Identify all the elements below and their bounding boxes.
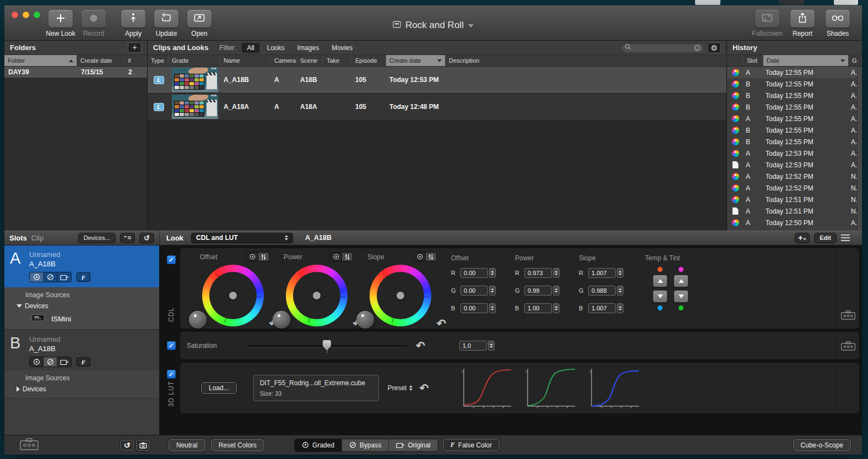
saturation-stepper[interactable] — [488, 341, 495, 351]
wheel-mode-toggle[interactable] — [414, 252, 437, 261]
cdl-enabled-checkbox[interactable]: ✓ — [167, 255, 176, 264]
power-r-value[interactable]: 0.973 — [524, 268, 552, 278]
neutral-button[interactable]: Neutral — [169, 439, 205, 451]
reset-saturation-button[interactable]: ↶ — [416, 339, 425, 352]
cube-o-scope-button[interactable]: Cube-o-Scope — [793, 439, 851, 451]
history-row[interactable]: AToday 12:50 PMA. — [727, 217, 862, 228]
reset-lut-button[interactable]: ↶ — [419, 381, 428, 395]
temp-up-button[interactable] — [653, 275, 668, 287]
create-date-column-header[interactable]: Create date — [77, 55, 124, 66]
sliders-mode-icon[interactable] — [341, 253, 352, 261]
slope-g-stepper[interactable] — [617, 286, 623, 296]
power-b-stepper[interactable] — [553, 303, 560, 313]
camera-column-header[interactable]: Camera — [271, 55, 297, 66]
history-row[interactable]: BToday 12:55 PMA. — [727, 90, 862, 101]
zoom-button[interactable] — [34, 12, 40, 18]
tint-down-button[interactable] — [674, 290, 688, 303]
add-node-button[interactable]: + — [795, 233, 810, 243]
history-row[interactable]: BToday 12:55 PMA. — [727, 101, 862, 113]
menu-icon[interactable] — [841, 234, 850, 241]
take-column-header[interactable]: Take — [323, 55, 352, 66]
wheel-mode-icon[interactable] — [247, 253, 258, 261]
wheel-center-handle[interactable] — [397, 292, 404, 299]
offset-g-stepper[interactable] — [489, 286, 496, 296]
luminance-knob[interactable] — [273, 311, 290, 329]
clip-row[interactable]: L»»A_A18AAA18A105Today 12:48 PM — [148, 94, 726, 121]
type-column-header[interactable]: Type — [148, 55, 169, 66]
wheel-mode-icon[interactable] — [414, 253, 425, 261]
slot-column-header[interactable]: Slot — [744, 55, 763, 66]
cdl-device-target[interactable] — [836, 248, 859, 329]
slot-b-bypass-button[interactable] — [44, 357, 57, 367]
slot-b[interactable]: B Unnamed A_A18B F — [4, 330, 159, 370]
settings-button[interactable]: ⚙ — [707, 42, 721, 53]
create-date-column-header[interactable]: Create date — [386, 55, 446, 66]
saturation-enabled-checkbox[interactable]: ✓ — [167, 341, 176, 350]
original-mode-button[interactable]: Original — [389, 439, 437, 451]
tab-slots[interactable]: Slots — [9, 234, 27, 242]
project-selector[interactable]: Rock and Roll — [4, 20, 862, 31]
slot-b-graded-button[interactable] — [30, 357, 44, 367]
grade-column-header[interactable]: Grade — [169, 55, 220, 66]
color-wheel[interactable]: ↶ — [286, 265, 348, 326]
edit-button[interactable]: Edit — [814, 233, 837, 243]
clip-row[interactable]: L»»A_A18BAA18B105Today 12:53 PM — [148, 67, 726, 94]
offset-g-value[interactable]: 0.00 — [460, 286, 488, 296]
sliders-mode-icon[interactable] — [425, 253, 436, 261]
tab-clip[interactable]: Clip — [31, 234, 44, 242]
slot-a-original-button[interactable] — [57, 272, 71, 282]
lut-device-target[interactable] — [836, 363, 859, 413]
filter-images[interactable]: Images — [292, 43, 324, 53]
sliders-mode-icon[interactable] — [258, 253, 269, 261]
saturation-slider[interactable] — [247, 340, 407, 352]
slot-a-graded-button[interactable] — [30, 272, 44, 282]
load-lut-button[interactable]: Load... — [201, 382, 237, 394]
graded-mode-button[interactable]: Graded — [295, 439, 342, 451]
history-row[interactable]: AToday 12:51 PMN. — [727, 205, 862, 217]
clear-search-icon[interactable]: ✕ — [694, 45, 701, 51]
close-button[interactable] — [12, 12, 18, 18]
description-column-header[interactable]: Description — [446, 55, 726, 66]
folder-row[interactable]: DAY397/15/152 — [4, 67, 147, 78]
filter-all[interactable]: All — [242, 43, 259, 53]
slot-a[interactable]: A Unnamed A_A18B F — [4, 245, 159, 287]
slope-r-value[interactable]: 1.007 — [588, 268, 616, 278]
history-row[interactable]: BToday 12:55 PMA. — [727, 136, 862, 147]
minimize-button[interactable] — [23, 12, 29, 18]
reset-colors-button[interactable]: Reset Colors — [211, 439, 264, 451]
add-folder-button[interactable]: + — [128, 42, 142, 53]
scene-column-header[interactable]: Scene — [297, 55, 323, 66]
grade-column-header[interactable]: G — [849, 55, 862, 66]
slot-b-false-color-button[interactable]: F — [77, 357, 90, 367]
wheel-mode-icon[interactable] — [330, 253, 341, 261]
history-row[interactable]: AToday 12:53 PMA. — [727, 159, 862, 171]
slope-g-value[interactable]: 0.988 — [588, 286, 616, 296]
history-row[interactable]: AToday 12:53 PMA. — [727, 147, 862, 159]
color-wheel[interactable]: ↶ — [202, 265, 264, 326]
bypass-mode-button[interactable]: Bypass — [342, 439, 389, 451]
slider-thumb[interactable] — [323, 340, 331, 351]
date-column-header[interactable]: Date — [763, 55, 849, 66]
history-scrollbar[interactable] — [857, 67, 862, 231]
slope-b-value[interactable]: 1.007 — [588, 303, 616, 313]
device-ismini[interactable]: ISMini — [30, 314, 159, 324]
still-store-button[interactable] — [136, 440, 150, 451]
history-row[interactable]: BToday 12:55 PMA. — [727, 124, 862, 136]
power-g-stepper[interactable] — [553, 286, 560, 296]
search-input[interactable]: ✕ — [621, 43, 704, 52]
history-row[interactable]: AToday 12:52 PMN. — [727, 182, 862, 194]
saturation-device-target[interactable] — [836, 332, 859, 359]
offset-b-stepper[interactable] — [489, 303, 496, 313]
history-row[interactable]: AToday 12:52 PMN. — [727, 171, 862, 182]
offset-r-value[interactable]: 0.00 — [460, 268, 488, 278]
power-g-value[interactable]: 0.99 — [524, 286, 552, 296]
temp-down-button[interactable] — [653, 290, 668, 303]
history-row[interactable]: AToday 12:51 PMN. — [727, 194, 862, 205]
episode-column-header[interactable]: Episode — [352, 55, 386, 66]
reset-wheel-button[interactable]: ↶ — [436, 317, 446, 330]
devices-disclosure[interactable]: Devices — [17, 385, 159, 393]
count-column-header[interactable]: # — [124, 55, 147, 66]
power-b-value[interactable]: 1.00 — [524, 303, 552, 313]
lut-enabled-checkbox[interactable]: ✓ — [167, 370, 176, 379]
lut-preset-dropdown[interactable]: Preset — [388, 384, 413, 392]
